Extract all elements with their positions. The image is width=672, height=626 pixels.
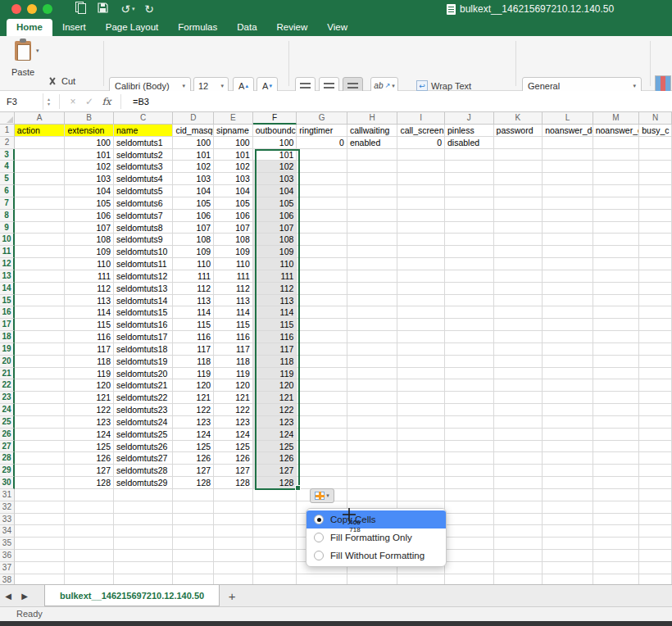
cell-M16[interactable]	[593, 306, 640, 319]
cell-M18[interactable]	[593, 331, 640, 343]
cell-A6[interactable]	[15, 185, 66, 197]
cell-A20[interactable]	[15, 356, 66, 368]
cell-F36[interactable]	[253, 550, 297, 562]
cell-C11[interactable]: seldomtuts10	[114, 246, 173, 258]
cell-K12[interactable]	[494, 258, 543, 270]
cell-L26[interactable]	[543, 429, 593, 441]
cell-D33[interactable]	[173, 514, 214, 526]
cell-J7[interactable]	[445, 197, 494, 210]
cell-E34[interactable]	[214, 525, 253, 538]
row-header-27[interactable]: 27	[0, 441, 15, 453]
column-header-H[interactable]: H	[347, 112, 398, 125]
cell-N22[interactable]	[639, 379, 672, 392]
cell-M25[interactable]	[593, 416, 640, 429]
cell-E3[interactable]: 101	[214, 149, 253, 161]
cell-E23[interactable]: 121	[214, 392, 253, 404]
cell-K32[interactable]	[494, 501, 543, 514]
cell-E25[interactable]: 123	[214, 416, 253, 429]
cell-L6[interactable]	[543, 185, 593, 197]
cell-E33[interactable]	[214, 514, 253, 526]
cell-I28[interactable]	[397, 452, 445, 465]
cell-C25[interactable]: seldomtuts24	[114, 416, 173, 429]
cell-H27[interactable]	[347, 441, 398, 453]
cell-D12[interactable]: 110	[173, 258, 214, 270]
cell-H13[interactable]	[347, 270, 398, 283]
cell-K29[interactable]	[494, 465, 543, 477]
cell-E5[interactable]: 103	[214, 173, 253, 185]
cell-N35[interactable]	[639, 538, 672, 550]
cell-I3[interactable]	[397, 149, 445, 161]
cell-N15[interactable]	[639, 295, 672, 307]
cell-M38[interactable]	[593, 574, 640, 584]
row-header-22[interactable]: 22	[0, 379, 15, 392]
cell-J16[interactable]	[445, 306, 494, 319]
cell-M36[interactable]	[593, 550, 640, 562]
cell-F12[interactable]: 110	[253, 258, 297, 270]
cell-D30[interactable]: 128	[173, 477, 214, 489]
cell-K35[interactable]	[494, 538, 543, 550]
cell-J6[interactable]	[445, 185, 494, 197]
cell-B8[interactable]: 106	[65, 210, 114, 222]
cell-M1[interactable]: noanswer_ci	[593, 125, 640, 137]
tab-home[interactable]: Home	[7, 19, 52, 36]
cell-B15[interactable]: 113	[65, 295, 114, 307]
cell-N17[interactable]	[639, 319, 672, 331]
cell-F18[interactable]: 116	[253, 331, 297, 343]
cell-K25[interactable]	[494, 416, 543, 429]
row-header-28[interactable]: 28	[0, 452, 15, 465]
cell-F26[interactable]: 124	[253, 429, 297, 441]
cell-B33[interactable]	[65, 514, 114, 526]
cell-M29[interactable]	[593, 465, 640, 477]
cell-B24[interactable]: 122	[65, 404, 114, 416]
cell-G10[interactable]	[297, 234, 347, 246]
cell-H1[interactable]: callwaiting	[347, 125, 398, 137]
cell-B36[interactable]	[65, 550, 114, 562]
row-header-23[interactable]: 23	[0, 392, 15, 404]
enter-icon[interactable]: ✓	[81, 96, 98, 107]
cell-G23[interactable]	[297, 392, 347, 404]
cell-E17[interactable]: 115	[214, 319, 253, 331]
cell-M32[interactable]	[593, 501, 640, 514]
cell-C14[interactable]: seldomtuts13	[114, 283, 173, 295]
cell-J21[interactable]	[445, 368, 494, 380]
row-header-30[interactable]: 30	[0, 477, 15, 489]
row-header-33[interactable]: 33	[0, 514, 15, 526]
cell-A24[interactable]	[15, 404, 66, 416]
cell-J12[interactable]	[445, 258, 494, 270]
cell-C37[interactable]	[114, 562, 173, 574]
cell-J18[interactable]	[445, 331, 494, 343]
cell-H15[interactable]	[347, 295, 398, 307]
cell-F21[interactable]: 119	[253, 368, 297, 380]
row-header-4[interactable]: 4	[0, 161, 15, 173]
cell-H22[interactable]	[347, 379, 398, 392]
cell-B23[interactable]: 121	[65, 392, 114, 404]
cell-D15[interactable]: 113	[173, 295, 214, 307]
cell-H29[interactable]	[347, 465, 398, 477]
cell-F34[interactable]	[253, 525, 297, 538]
cell-C9[interactable]: seldomtuts8	[114, 222, 173, 234]
cell-L35[interactable]	[543, 538, 593, 550]
cell-B3[interactable]: 101	[65, 149, 114, 161]
cell-J13[interactable]	[445, 270, 494, 283]
cell-N25[interactable]	[639, 416, 672, 429]
row-header-24[interactable]: 24	[0, 404, 15, 416]
cell-F2[interactable]: 100	[253, 137, 297, 149]
cell-L23[interactable]	[543, 392, 593, 404]
cell-H38[interactable]	[347, 574, 398, 584]
cell-M3[interactable]	[593, 149, 640, 161]
cell-A33[interactable]	[15, 514, 66, 526]
cell-J3[interactable]	[445, 149, 494, 161]
cell-C38[interactable]	[114, 574, 173, 584]
row-header-18[interactable]: 18	[0, 331, 15, 343]
cell-D4[interactable]: 102	[173, 161, 214, 173]
cell-K22[interactable]	[494, 379, 543, 392]
cell-L21[interactable]	[543, 368, 593, 380]
cell-C36[interactable]	[114, 550, 173, 562]
cell-A37[interactable]	[15, 562, 66, 574]
cell-C23[interactable]: seldomtuts22	[114, 392, 173, 404]
cell-L24[interactable]	[543, 404, 593, 416]
column-header-F[interactable]: F	[253, 112, 297, 125]
cell-G19[interactable]	[297, 343, 347, 356]
cell-A27[interactable]	[15, 441, 66, 453]
cell-D38[interactable]	[173, 574, 214, 584]
